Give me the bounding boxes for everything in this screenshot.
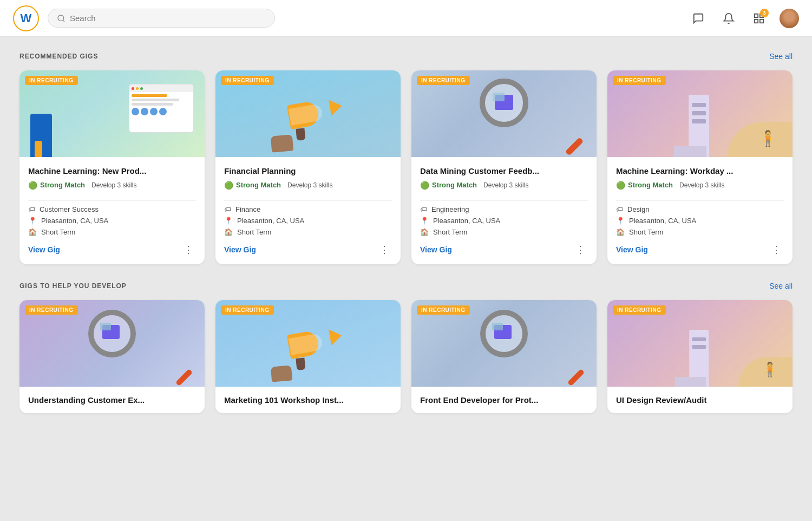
card-divider-1 bbox=[224, 200, 392, 201]
card-location-1: 📍 Pleasanton, CA, USA bbox=[224, 217, 392, 225]
develop-card-image-1: IN RECRUITING bbox=[215, 300, 401, 387]
svg-rect-4 bbox=[755, 19, 758, 22]
location-icon-1: 📍 bbox=[224, 217, 233, 225]
search-icon bbox=[57, 14, 66, 23]
card-location-0: 📍 Pleasanton, CA, USA bbox=[28, 217, 196, 225]
card-title-0: Machine Learning: New Prod... bbox=[28, 166, 196, 177]
card-footer-0: View Gig ⋮ bbox=[28, 244, 196, 256]
develop-card-0: IN RECRUITING Understanding Customer Ex.… bbox=[19, 300, 205, 413]
card-image-1: IN RECRUITING bbox=[215, 70, 401, 157]
card-match-row-3: 🟢 Strong Match Develop 3 skills bbox=[616, 181, 784, 190]
match-label-1: 🟢 Strong Match bbox=[224, 181, 281, 190]
develop-card-title-3: UI Design Review/Audit bbox=[607, 387, 793, 413]
notification-icon bbox=[723, 12, 735, 24]
develop-see-all[interactable]: See all bbox=[769, 282, 793, 290]
duration-icon-1: 🏠 bbox=[224, 228, 233, 236]
match-label-0: 🟢 Strong Match bbox=[28, 181, 85, 190]
recommended-see-all[interactable]: See all bbox=[769, 52, 793, 61]
nav-actions: 3 bbox=[689, 9, 799, 28]
card-title-2: Data Mining Customer Feedb... bbox=[420, 166, 588, 177]
card-duration-3: 🏠 Short Term bbox=[616, 228, 784, 236]
match-label-2: 🟢 Strong Match bbox=[420, 181, 477, 190]
card-divider-2 bbox=[420, 200, 588, 201]
search-bar[interactable] bbox=[48, 9, 275, 28]
location-icon-3: 📍 bbox=[616, 217, 625, 225]
card-match-row-2: 🟢 Strong Match Develop 3 skills bbox=[420, 181, 588, 190]
search-input[interactable] bbox=[70, 14, 266, 23]
develop-section-title: GIGS TO HELP YOU DEVELOP bbox=[19, 282, 127, 290]
card-title-1: Financial Planning bbox=[224, 166, 392, 177]
match-label-3: 🟢 Strong Match bbox=[616, 181, 673, 190]
gig-card-3: IN RECRUITING bbox=[607, 70, 793, 264]
duration-icon-2: 🏠 bbox=[420, 228, 429, 236]
duration-icon-3: 🏠 bbox=[616, 228, 625, 236]
recruiting-badge-0: IN RECRUITING bbox=[25, 76, 78, 85]
develop-gigs-section: GIGS TO HELP YOU DEVELOP See all IN RECR… bbox=[19, 282, 793, 413]
develop-recruiting-badge-0: IN RECRUITING bbox=[25, 305, 78, 315]
develop-card-title-1: Marketing 101 Workshop Inst... bbox=[215, 387, 401, 413]
chat-icon bbox=[692, 12, 704, 24]
recruiting-badge-1: IN RECRUITING bbox=[221, 76, 274, 85]
duration-icon-0: 🏠 bbox=[28, 228, 37, 236]
logo[interactable]: W bbox=[13, 5, 39, 31]
develop-label-2: Develop 3 skills bbox=[483, 181, 528, 189]
card-duration-0: 🏠 Short Term bbox=[28, 228, 196, 236]
apps-badge: 3 bbox=[760, 9, 769, 17]
develop-recruiting-badge-3: IN RECRUITING bbox=[613, 305, 666, 315]
gig-card-2: IN RECRUITING bbox=[411, 70, 597, 264]
recommended-cards-grid: IN RECRUITING bbox=[19, 70, 793, 264]
develop-card-image-2: IN RECRUITING bbox=[411, 300, 597, 387]
notification-button[interactable] bbox=[719, 9, 738, 28]
develop-section-header: GIGS TO HELP YOU DEVELOP See all bbox=[19, 282, 793, 290]
avatar-image bbox=[780, 9, 799, 28]
more-options-button-2[interactable]: ⋮ bbox=[573, 244, 588, 256]
match-icon-3: 🟢 bbox=[616, 181, 625, 190]
card-category-2: 🏷 Engineering bbox=[420, 205, 588, 213]
card-meta-0: 🏷 Customer Success 📍 Pleasanton, CA, USA… bbox=[28, 205, 196, 236]
more-options-button-0[interactable]: ⋮ bbox=[181, 244, 196, 256]
match-icon-2: 🟢 bbox=[420, 181, 429, 190]
apps-button[interactable]: 3 bbox=[749, 9, 769, 28]
develop-card-image-0: IN RECRUITING bbox=[19, 300, 205, 387]
develop-card-2: IN RECRUITING Front End Developer for Pr… bbox=[411, 300, 597, 413]
develop-recruiting-badge-1: IN RECRUITING bbox=[221, 305, 274, 315]
user-avatar[interactable] bbox=[780, 9, 799, 28]
card-duration-1: 🏠 Short Term bbox=[224, 228, 392, 236]
match-icon-1: 🟢 bbox=[224, 181, 233, 190]
card-match-row-1: 🟢 Strong Match Develop 3 skills bbox=[224, 181, 392, 190]
card-category-0: 🏷 Customer Success bbox=[28, 205, 196, 213]
view-gig-button-0[interactable]: View Gig bbox=[28, 245, 60, 254]
card-footer-2: View Gig ⋮ bbox=[420, 244, 588, 256]
card-divider-3 bbox=[616, 200, 784, 201]
develop-card-title-2: Front End Developer for Prot... bbox=[411, 387, 597, 413]
card-meta-1: 🏷 Finance 📍 Pleasanton, CA, USA 🏠 Short … bbox=[224, 205, 392, 236]
card-match-row-0: 🟢 Strong Match Develop 3 skills bbox=[28, 181, 196, 190]
location-icon-2: 📍 bbox=[420, 217, 429, 225]
category-icon-1: 🏷 bbox=[224, 205, 231, 213]
card-category-1: 🏷 Finance bbox=[224, 205, 392, 213]
main-content: RECOMMENDED GIGS See all IN RECRUITING bbox=[0, 37, 812, 446]
card-footer-3: View Gig ⋮ bbox=[616, 244, 784, 256]
svg-rect-5 bbox=[760, 19, 763, 22]
location-icon-0: 📍 bbox=[28, 217, 37, 225]
card-meta-2: 🏷 Engineering 📍 Pleasanton, CA, USA 🏠 Sh… bbox=[420, 205, 588, 236]
develop-recruiting-badge-2: IN RECRUITING bbox=[417, 305, 470, 315]
more-options-button-3[interactable]: ⋮ bbox=[769, 244, 784, 256]
recruiting-badge-2: IN RECRUITING bbox=[417, 76, 470, 85]
develop-label-1: Develop 3 skills bbox=[287, 181, 332, 189]
card-image-0: IN RECRUITING bbox=[19, 70, 205, 157]
more-options-button-1[interactable]: ⋮ bbox=[377, 244, 392, 256]
view-gig-button-1[interactable]: View Gig bbox=[224, 245, 256, 254]
view-gig-button-3[interactable]: View Gig bbox=[616, 245, 648, 254]
develop-card-3: IN RECRUITING 🧍 UI Design Review/Audit bbox=[607, 300, 793, 413]
card-title-3: Machine Learning: Workday ... bbox=[616, 166, 784, 177]
top-navigation: W 3 bbox=[0, 0, 812, 37]
category-icon-0: 🏷 bbox=[28, 205, 35, 213]
card-body-3: Machine Learning: Workday ... 🟢 Strong M… bbox=[607, 157, 793, 264]
gig-card-0: IN RECRUITING bbox=[19, 70, 205, 264]
chat-button[interactable] bbox=[689, 9, 708, 28]
recommended-gigs-section: RECOMMENDED GIGS See all IN RECRUITING bbox=[19, 52, 793, 264]
view-gig-button-2[interactable]: View Gig bbox=[420, 245, 452, 254]
match-icon-0: 🟢 bbox=[28, 181, 37, 190]
develop-label-0: Develop 3 skills bbox=[91, 181, 136, 189]
